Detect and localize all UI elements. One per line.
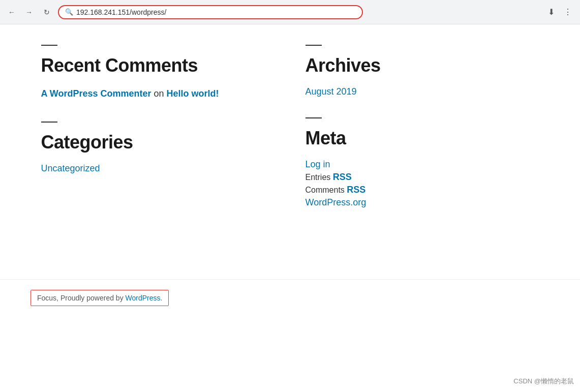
page-footer: Focus, Proudly powered by WordPress.: [0, 279, 580, 316]
meta-divider: [306, 117, 322, 118]
address-bar[interactable]: 🔍: [58, 5, 363, 19]
recent-comments-title: Recent Comments: [41, 55, 275, 76]
meta-entries-rss-link[interactable]: RSS: [333, 172, 352, 182]
search-icon: 🔍: [65, 8, 73, 16]
meta-comments-rss-link[interactable]: RSS: [347, 185, 365, 195]
page-content: Recent Comments A WordPress Commenter on…: [11, 24, 570, 269]
reload-button[interactable]: ↻: [40, 6, 54, 18]
archives-widget: Archives August 2019: [306, 45, 539, 97]
recent-comments-content: A WordPress Commenter on Hello world!: [41, 86, 275, 101]
menu-button[interactable]: ⋮: [561, 5, 575, 19]
comment-entry: A WordPress Commenter on Hello world!: [41, 86, 275, 101]
archives-divider: [306, 45, 322, 46]
comments-prefix: Comments: [306, 186, 347, 194]
entries-prefix: Entries: [306, 173, 333, 182]
meta-content: Log in Entries RSS Comments RSS WordPres…: [306, 159, 539, 208]
list-item: Comments RSS: [306, 185, 539, 195]
comment-author-link[interactable]: A WordPress Commenter: [41, 88, 151, 99]
widget-columns: Recent Comments A WordPress Commenter on…: [41, 45, 539, 228]
browser-chrome: ← → ↻ 🔍 ⬇ ⋮: [0, 0, 580, 24]
list-item: Log in: [306, 159, 539, 170]
comment-post-link[interactable]: Hello world!: [167, 88, 219, 99]
meta-title: Meta: [306, 128, 539, 149]
meta-login-link[interactable]: Log in: [306, 159, 330, 169]
right-column: Archives August 2019 Meta Log in Entries…: [306, 45, 539, 228]
meta-widget: Meta Log in Entries RSS Comments RSS: [306, 117, 539, 208]
back-button[interactable]: ←: [5, 6, 18, 18]
footer-text-wrapper: Focus, Proudly powered by WordPress.: [30, 290, 169, 306]
list-item: Entries RSS: [306, 172, 539, 183]
browser-actions: ⬇ ⋮: [545, 5, 575, 19]
categories-title: Categories: [41, 132, 275, 153]
comment-on-text: on: [154, 88, 167, 99]
category-uncategorized-link[interactable]: Uncategorized: [41, 163, 100, 173]
footer-text: Focus, Proudly powered by WordPress.: [37, 294, 162, 302]
footer-wordpress-link[interactable]: WordPress: [126, 294, 161, 302]
download-button[interactable]: ⬇: [545, 5, 558, 19]
archives-content: August 2019: [306, 86, 539, 97]
left-column: Recent Comments A WordPress Commenter on…: [41, 45, 275, 228]
list-item: WordPress.org: [306, 197, 539, 208]
categories-widget: Categories Uncategorized: [41, 122, 275, 174]
meta-wordpress-org-link[interactable]: WordPress.org: [306, 197, 367, 207]
categories-content: Uncategorized: [41, 163, 275, 174]
address-input[interactable]: [76, 8, 356, 16]
categories-divider: [41, 122, 57, 123]
recent-comments-widget: Recent Comments A WordPress Commenter on…: [41, 45, 275, 101]
archives-title: Archives: [306, 55, 539, 76]
forward-button[interactable]: →: [22, 6, 36, 18]
archive-august-2019-link[interactable]: August 2019: [306, 86, 357, 97]
recent-comments-divider: [41, 45, 57, 46]
meta-list: Log in Entries RSS Comments RSS WordPres…: [306, 159, 539, 208]
